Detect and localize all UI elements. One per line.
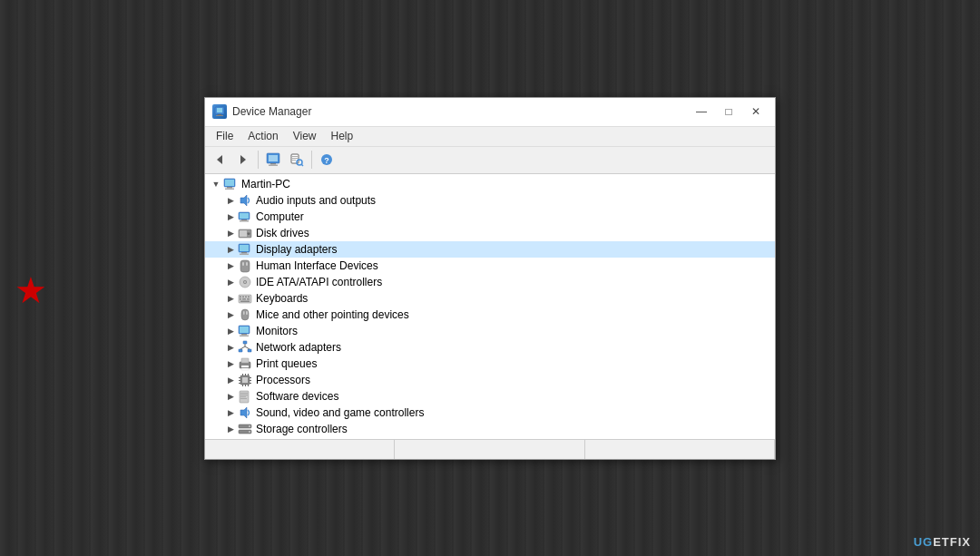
tree-item-storage[interactable]: ▶ Storage controllers [205,421,775,437]
window-title: Device Manager [232,105,311,118]
root-computer-icon [223,177,238,191]
processors-expand-icon[interactable]: ▶ [223,373,238,387]
tree-item-system[interactable]: ▶ System devices [205,437,775,439]
svg-rect-72 [239,380,240,381]
svg-line-64 [245,346,250,349]
toolbar-separator-1 [258,151,259,169]
minimize-button[interactable]: — [690,102,713,121]
processors-label: Processors [256,374,310,386]
tree-item-mice[interactable]: ▶ Mice and other pointing devices [205,307,775,323]
tree-scroll-container[interactable]: ▼ Martin-PC ▶ [205,174,775,439]
svg-rect-68 [241,368,249,370]
software-expand-icon[interactable]: ▶ [223,389,238,404]
tree-item-sound[interactable]: ▶ Sound, video and game controllers [205,405,775,421]
ide-label: IDE ATA/ATAPI controllers [256,276,382,288]
tree-item-monitors[interactable]: ▶ Monitors [205,323,775,339]
tree-root[interactable]: ▼ Martin-PC [205,176,775,192]
svg-rect-44 [242,296,244,298]
root-label: Martin-PC [241,178,290,190]
tree-item-print[interactable]: ▶ Print queues [205,356,775,372]
svg-point-41 [244,281,246,283]
svg-rect-32 [240,245,249,251]
svg-rect-53 [246,311,248,315]
computer-icon [238,210,252,224]
svg-rect-45 [245,296,247,298]
svg-rect-30 [247,232,250,233]
mice-expand-icon[interactable]: ▶ [223,307,238,322]
forward-button[interactable] [232,149,254,171]
window-icon [212,104,227,119]
system-icon [238,438,252,439]
sound-expand-icon[interactable]: ▶ [223,405,238,420]
tree-item-disk[interactable]: ▶ Disk drives [205,225,775,241]
svg-marker-4 [217,155,222,164]
svg-rect-71 [239,377,240,378]
disk-expand-icon[interactable]: ▶ [223,226,238,240]
svg-rect-70 [242,377,248,383]
print-expand-icon[interactable]: ▶ [223,356,238,371]
svg-marker-22 [240,195,247,206]
status-bar [205,439,775,459]
menu-action[interactable]: Action [240,128,285,144]
svg-rect-28 [240,230,247,237]
hid-icon [238,258,252,273]
monitors-expand-icon[interactable]: ▶ [223,324,238,338]
tree-item-ide[interactable]: ▶ IDE ATA/ATAPI controllers [205,274,775,290]
svg-rect-81 [245,385,246,386]
tree-item-computer[interactable]: ▶ Computer [205,209,775,225]
maximize-button[interactable]: □ [717,102,740,121]
svg-rect-58 [240,335,249,337]
tree-item-hid[interactable]: ▶ Human Interface Devices [205,258,775,274]
storage-icon [238,422,252,436]
tree-item-keyboards[interactable]: ▶ Keyboards [205,290,775,307]
ide-expand-icon[interactable]: ▶ [223,275,238,289]
menu-help[interactable]: Help [324,128,361,144]
svg-rect-24 [240,213,249,219]
close-button[interactable]: ✕ [744,102,768,121]
svg-rect-57 [241,334,247,336]
hid-expand-icon[interactable]: ▶ [223,258,238,273]
audio-expand-icon[interactable]: ▶ [223,193,238,208]
svg-rect-80 [242,385,243,386]
tree-item-audio[interactable]: ▶ Audio inputs and outputs [205,192,775,209]
tree-item-network[interactable]: ▶ Network adapters [205,339,775,356]
processors-icon [238,373,252,387]
svg-rect-43 [240,296,241,298]
svg-rect-66 [241,358,249,363]
tree-item-processors[interactable]: ▶ [205,372,775,388]
sound-icon [238,405,252,420]
tree-item-display[interactable]: ▶ Display adapters [205,241,775,258]
menu-file[interactable]: File [209,128,240,144]
back-button[interactable] [209,149,230,171]
svg-line-63 [240,346,245,349]
mice-icon [238,307,252,322]
tree-item-software[interactable]: ▶ Software devices [205,388,775,405]
properties-button[interactable] [262,149,284,171]
svg-point-92 [249,431,250,433]
svg-rect-77 [242,374,243,376]
network-expand-icon[interactable]: ▶ [223,340,238,355]
svg-rect-25 [241,219,247,220]
svg-rect-74 [250,377,251,378]
scan-button[interactable] [286,149,308,171]
svg-rect-52 [243,311,245,315]
system-expand-icon[interactable]: ▶ [223,438,238,439]
display-expand-icon[interactable]: ▶ [223,242,238,257]
computer-expand-icon[interactable]: ▶ [223,210,238,224]
svg-rect-12 [292,158,298,159]
software-icon [238,389,252,404]
storage-expand-icon[interactable]: ▶ [223,422,238,436]
svg-rect-48 [242,298,246,300]
menu-view[interactable]: View [286,128,324,144]
monitors-icon [238,324,252,338]
help-button[interactable]: ? [316,149,338,171]
print-icon [238,356,252,371]
root-expand-icon[interactable]: ▼ [209,177,223,191]
status-section-2 [395,440,584,459]
svg-rect-78 [245,374,246,376]
svg-rect-1 [217,108,222,112]
keyboards-expand-icon[interactable]: ▶ [223,291,238,306]
svg-rect-47 [240,298,241,300]
svg-rect-46 [248,296,250,298]
status-section-3 [585,440,775,459]
